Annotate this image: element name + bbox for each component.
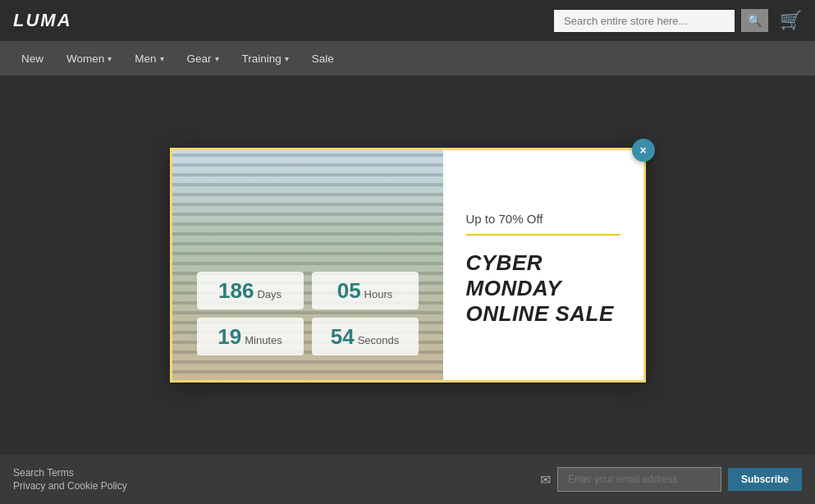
email-icon: ✉	[540, 472, 551, 488]
footer-newsletter: ✉ Subscribe	[540, 467, 802, 492]
logo: LUMA	[13, 10, 72, 31]
nav-item-women[interactable]: Women ▾	[57, 41, 121, 76]
modal-image: 186 Days 05 Hours 19 Minutes	[172, 150, 443, 380]
divider	[466, 234, 620, 236]
nav-item-gear[interactable]: Gear ▾	[177, 41, 229, 76]
modal-content: Up to 70% Off CYBER MONDAY ONLINE SALE	[443, 150, 643, 380]
header-right: 🔍 🛒	[554, 9, 802, 32]
minutes-label: Minutes	[245, 334, 282, 346]
hours-number: 05	[337, 280, 361, 301]
minutes-tile: 19 Minutes	[197, 318, 304, 355]
nav-item-training[interactable]: Training ▾	[232, 41, 299, 76]
modal-close-button[interactable]: ×	[632, 139, 655, 162]
nav-item-new[interactable]: New	[11, 41, 53, 76]
days-number: 186	[218, 280, 254, 301]
seconds-tile: 54 Seconds	[312, 318, 419, 355]
main-nav: New Women ▾ Men ▾ Gear ▾ Training ▾ Sale	[0, 41, 815, 76]
promo-modal: × 186 Days 05 Hours	[170, 148, 646, 383]
chevron-down-icon: ▾	[215, 54, 219, 63]
days-tile: 186 Days	[197, 272, 304, 309]
countdown-grid: 186 Days 05 Hours 19 Minutes	[197, 272, 419, 355]
footer-link-search-terms[interactable]: Search Terms	[13, 467, 127, 479]
chevron-down-icon: ▾	[160, 54, 164, 63]
search-input[interactable]	[554, 10, 735, 32]
chevron-down-icon: ▾	[285, 54, 289, 63]
days-label: Days	[257, 288, 282, 300]
discount-text: Up to 70% Off	[466, 212, 620, 226]
footer-link-privacy[interactable]: Privacy and Cookie Policy	[13, 480, 127, 492]
footer-links: Search Terms Privacy and Cookie Policy	[13, 467, 127, 492]
chevron-down-icon: ▾	[108, 54, 112, 63]
seconds-number: 54	[331, 326, 355, 347]
sale-title: CYBER MONDAY ONLINE SALE	[466, 250, 620, 328]
subscribe-button[interactable]: Subscribe	[728, 468, 802, 491]
nav-item-sale[interactable]: Sale	[302, 41, 344, 76]
footer: Search Terms Privacy and Cookie Policy ✉…	[0, 455, 815, 504]
hours-label: Hours	[364, 288, 393, 300]
header: LUMA 🔍 🛒	[0, 0, 815, 41]
email-input[interactable]	[557, 467, 721, 492]
main-area: × 186 Days 05 Hours	[0, 76, 815, 455]
nav-item-men[interactable]: Men ▾	[125, 41, 173, 76]
hours-tile: 05 Hours	[312, 272, 419, 309]
search-button[interactable]: 🔍	[741, 9, 768, 32]
cart-icon[interactable]: 🛒	[780, 10, 802, 31]
minutes-number: 19	[217, 326, 241, 347]
seconds-label: Seconds	[358, 334, 400, 346]
